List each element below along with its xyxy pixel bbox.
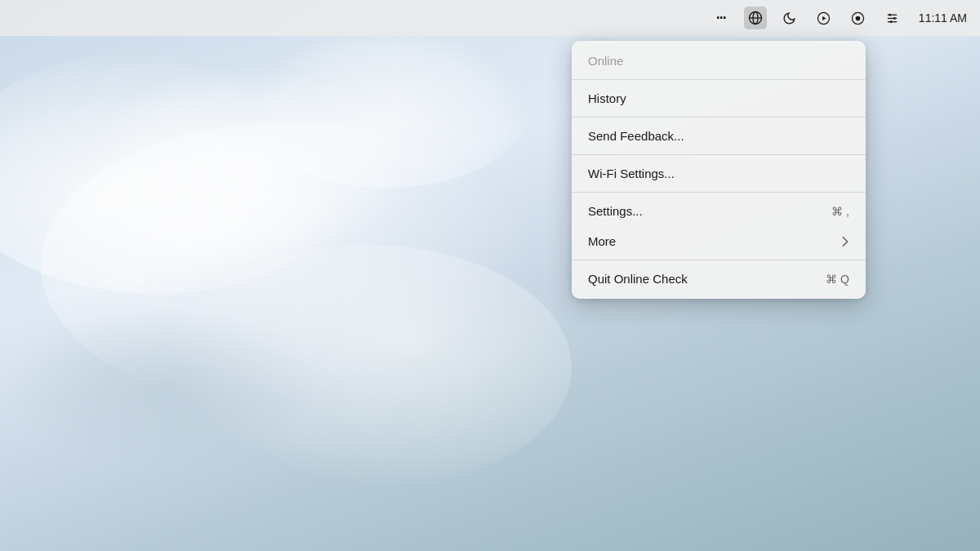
menu-item-wifi-settings-label: Wi-Fi Settings... [588,167,675,180]
sliders-icon [885,11,899,25]
record-icon [851,11,865,25]
divider-1 [572,79,866,80]
svg-point-10 [889,13,892,16]
more-dots-button[interactable]: ··· [710,7,733,29]
settings-shortcut: ⌘ , [831,205,849,218]
svg-point-11 [893,17,896,20]
more-chevron [841,236,849,247]
svg-point-6 [856,16,861,20]
chevron-right-icon [841,236,849,247]
context-menu: Online History Send Feedback... Wi-Fi Se… [572,41,866,299]
menu-item-more[interactable]: More [572,226,866,256]
menu-item-settings-label: Settings... [588,204,643,218]
svg-marker-4 [822,16,826,20]
menu-item-settings[interactable]: Settings... ⌘ , [572,196,866,226]
menu-item-online: Online [572,46,866,76]
menu-item-more-label: More [588,234,616,248]
menubar-clock: 11:11 AM [919,11,967,24]
menu-item-send-feedback[interactable]: Send Feedback... [572,121,866,151]
cloud-6 [0,306,327,469]
sliders-button[interactable] [881,7,904,29]
menu-item-history-label: History [588,91,626,105]
divider-4 [572,192,866,193]
divider-2 [572,117,866,118]
quit-shortcut: ⌘ Q [826,273,849,286]
record-button[interactable] [847,7,870,29]
menu-item-online-label: Online [588,54,623,68]
play-icon [817,11,831,25]
moon-button[interactable] [778,7,801,29]
menubar: ··· 11:11 AM [0,0,980,36]
menu-item-send-feedback-label: Send Feedback... [588,129,684,143]
divider-3 [572,154,866,155]
menu-item-quit[interactable]: Quit Online Check ⌘ Q [572,264,866,294]
globe-button[interactable] [744,7,767,29]
moon-icon [782,11,796,25]
divider-5 [572,260,866,260]
globe-icon [748,11,763,25]
play-button[interactable] [813,7,835,29]
menu-item-wifi-settings[interactable]: Wi-Fi Settings... [572,158,866,189]
menu-item-history[interactable]: History [572,83,866,113]
svg-point-12 [890,20,893,23]
menu-item-quit-label: Quit Online Check [588,272,688,286]
